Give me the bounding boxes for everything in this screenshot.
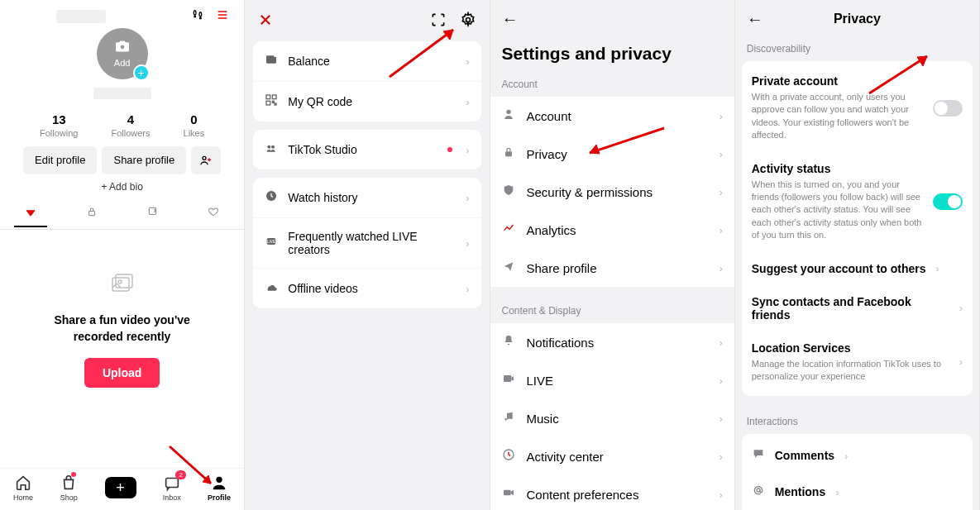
privacy-suggest[interactable]: Suggest your account to others › (742, 252, 973, 285)
live-icon: LIVE (265, 235, 278, 251)
upload-button[interactable]: Upload (84, 358, 160, 388)
privacy-title: Privacy (834, 12, 881, 26)
svg-point-11 (118, 280, 122, 284)
settings-account-group: Account › Privacy › Security & permissio… (490, 97, 734, 287)
private-account-toggle[interactable] (933, 100, 963, 117)
svg-rect-25 (275, 103, 276, 105)
stat-followers[interactable]: 4 Followers (111, 112, 150, 138)
settings-security[interactable]: Security & permissions › (490, 173, 734, 211)
privacy-mentions[interactable]: Mentions › (742, 474, 973, 510)
nav-profile-label: Profile (208, 493, 231, 502)
back-icon[interactable]: ← (502, 10, 519, 28)
chevron-right-icon: › (719, 224, 722, 236)
location-desc: Manage the location information TikTok u… (752, 358, 949, 384)
footsteps-icon[interactable] (191, 8, 204, 25)
menu-qr[interactable]: My QR code › (253, 81, 480, 122)
handle-redacted (93, 88, 151, 99)
settings-activity-center[interactable]: Activity center › (490, 437, 734, 475)
tab-posts[interactable] (14, 206, 47, 227)
settings-live[interactable]: LIVE › (490, 361, 734, 399)
stat-likes[interactable]: 0 Likes (184, 112, 205, 138)
back-icon[interactable]: ← (747, 10, 763, 29)
chevron-right-icon: › (719, 450, 722, 463)
activity-status-label: Activity status (752, 162, 923, 175)
profile-action-buttons: Edit profile Share profile (0, 146, 244, 181)
svg-rect-22 (273, 95, 277, 99)
bottom-nav: Home Shop + 2 Inbox Profile (0, 468, 244, 510)
camera-icon (114, 40, 131, 56)
private-account-label: Private account (752, 74, 923, 88)
nav-inbox-label: Inbox (163, 493, 181, 502)
privacy-location[interactable]: Location Services Manage the location in… (742, 331, 973, 393)
privacy-sync[interactable]: Sync contacts and Facebook friends › (742, 285, 973, 331)
menu-offline-label: Offline videos (288, 282, 456, 295)
svg-rect-7 (88, 211, 94, 215)
nav-profile[interactable]: Profile (208, 474, 231, 502)
chevron-right-icon: › (959, 355, 963, 368)
privacy-comments[interactable]: Comments › (742, 437, 973, 474)
svg-text:LIVE: LIVE (267, 240, 275, 244)
activity-status-toggle[interactable] (933, 193, 963, 210)
menu-live-label: Frequently watched LIVE creators (288, 230, 456, 256)
avatar[interactable]: Add + (97, 28, 148, 79)
location-label: Location Services (752, 341, 949, 355)
share-profile-button[interactable]: Share profile (102, 146, 186, 174)
clock-icon (265, 189, 278, 206)
add-bio-button[interactable]: + Add bio (0, 181, 244, 201)
settings-content-pref[interactable]: Content preferences › (490, 475, 734, 510)
settings-analytics[interactable]: Analytics › (490, 211, 734, 249)
menu-live-creators[interactable]: LIVE Frequently watched LIVE creators › (253, 217, 480, 268)
profile-tabs (0, 201, 244, 230)
settings-notifications[interactable]: Notifications › (490, 323, 734, 361)
chevron-right-icon: › (466, 192, 469, 204)
settings-screen: ← Settings and privacy Account Account ›… (490, 0, 735, 510)
nav-inbox[interactable]: 2 Inbox (163, 474, 181, 502)
followers-count: 4 (111, 112, 150, 126)
following-label: Following (40, 128, 78, 138)
nav-shop[interactable]: Shop (60, 474, 78, 502)
likes-count: 0 (184, 112, 205, 126)
stat-following[interactable]: 13 Following (40, 112, 78, 138)
section-account-label: Account (490, 79, 734, 97)
cloud-icon (265, 280, 278, 297)
add-friends-button[interactable] (191, 146, 221, 174)
svg-point-18 (466, 18, 470, 22)
add-badge[interactable]: + (133, 64, 150, 81)
profile-screen: Add + 13 Following 4 Followers 0 Likes E… (0, 0, 245, 510)
tab-locked[interactable] (75, 206, 108, 227)
hamburger-menu-icon[interactable] (216, 8, 229, 25)
menu-watch-history[interactable]: Watch history › (253, 178, 480, 217)
close-icon[interactable] (258, 12, 273, 31)
tab-reposts[interactable] (136, 206, 170, 227)
qr-icon (265, 93, 278, 110)
tab-liked[interactable] (197, 206, 230, 227)
menu-balance[interactable]: Balance › (253, 41, 480, 81)
menu-offline[interactable]: Offline videos › (253, 268, 480, 308)
svg-rect-12 (166, 479, 179, 488)
menu-topbar (253, 8, 480, 41)
svg-point-33 (506, 110, 510, 114)
privacy-private-account: Private account With a private account, … (742, 64, 973, 152)
settings-account[interactable]: Account › (490, 97, 734, 135)
settings-content-group: Notifications › LIVE › Music › Activity … (490, 323, 734, 510)
chevron-right-icon: › (719, 336, 722, 349)
settings-music[interactable]: Music › (490, 399, 734, 437)
gear-icon[interactable] (460, 12, 476, 31)
scan-icon[interactable] (430, 12, 447, 31)
mentions-label: Mentions (775, 485, 825, 498)
chevron-right-icon: › (466, 55, 469, 68)
chevron-right-icon: › (719, 148, 722, 160)
comment-icon (752, 447, 765, 464)
menu-studio[interactable]: TikTok Studio › (253, 130, 480, 169)
settings-privacy[interactable]: Privacy › (490, 135, 734, 173)
settings-title: Settings and privacy (490, 32, 734, 79)
studio-icon (265, 141, 278, 158)
suggest-label: Suggest your account to others (752, 262, 926, 275)
nav-home[interactable]: Home (13, 474, 33, 502)
nav-create[interactable]: + (105, 477, 136, 498)
photos-icon (109, 271, 136, 301)
lock-icon (502, 145, 515, 162)
menu-group-2: TikTok Studio › (253, 130, 480, 169)
settings-share-profile[interactable]: Share profile › (490, 249, 734, 287)
edit-profile-button[interactable]: Edit profile (23, 146, 97, 174)
